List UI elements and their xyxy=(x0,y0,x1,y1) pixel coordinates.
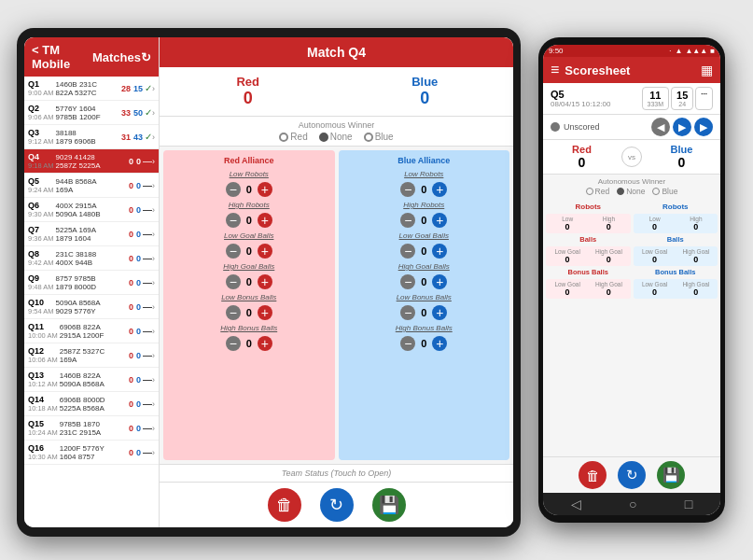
red-scoring: Robots Low 0 High 0 Balls xyxy=(546,202,631,454)
sidebar-row-q11[interactable]: Q11 10:00 AM 6906B 822A2915A 1200F 00 — … xyxy=(24,319,159,343)
sidebar-row-q5[interactable]: Q5 9:24 AM 944B 8568A169A 0 0 — › xyxy=(24,174,159,198)
phone-delete-button[interactable]: 🗑 xyxy=(579,461,607,489)
sidebar-back-button[interactable]: < TM Mobile xyxy=(32,43,92,71)
main-content: Match Q4 Red 0 Blue 0 Autonomous Winner xyxy=(160,37,513,527)
phone-recent-nav[interactable]: □ xyxy=(685,497,692,511)
high-goal-balls-plus-red[interactable]: + xyxy=(258,274,272,289)
high-robots-plus-blue[interactable]: + xyxy=(432,213,447,228)
high-goal-balls-counter-blue: − 0 + xyxy=(342,274,507,289)
unscored-bar: Unscored ◀ ▶ ▶ xyxy=(543,115,720,140)
low-bonus-balls-plus-blue[interactable]: + xyxy=(432,305,447,320)
low-bonus-balls-counter-red: − 0 + xyxy=(167,305,331,320)
team-status[interactable]: Team Status (Touch to Open) xyxy=(160,464,513,482)
nav-play-button[interactable]: ▶ xyxy=(694,118,713,136)
low-robots-plus-blue[interactable]: + xyxy=(432,182,447,197)
phone-home-nav[interactable]: ○ xyxy=(629,497,636,511)
low-goal-balls-plus-red[interactable]: + xyxy=(258,244,272,259)
tablet-screen: < TM Mobile Matches ↻ Q1 9:00 AM 1460B 2… xyxy=(24,37,513,527)
auto-winner-section: Autonomous Winner Red None Blue xyxy=(160,117,513,147)
nav-forward-button[interactable]: ▶ xyxy=(673,118,691,136)
high-bonus-balls-counter-red: − 0 + xyxy=(167,336,331,351)
red-alliance-panel: Red Alliance Low Robots − 0 + High Robot… xyxy=(163,150,335,460)
sidebar-header: < TM Mobile Matches ↻ xyxy=(24,37,159,77)
sidebar-row-q13[interactable]: Q13 10:12 AM 1460B 822A5090A 8568A 00 — … xyxy=(24,368,159,392)
alliance-headers: Red 0 Blue 0 xyxy=(160,67,513,117)
sidebar-scroll[interactable]: Q1 9:00 AM 1460B 231C822A 5327C 28 15 ✓ … xyxy=(24,77,159,527)
tablet: < TM Mobile Matches ↻ Q1 9:00 AM 1460B 2… xyxy=(17,28,521,537)
low-robots-minus-blue[interactable]: − xyxy=(400,182,415,197)
tablet-delete-button[interactable]: 🗑 xyxy=(268,488,301,522)
phone-menu-icon[interactable]: ≡ xyxy=(551,62,559,78)
phone-calendar-icon[interactable]: ▦ xyxy=(701,63,713,77)
high-bonus-balls-plus-blue[interactable]: + xyxy=(432,336,447,351)
low-robots-label: Low Robots xyxy=(167,170,331,178)
low-robots-minus-red[interactable]: − xyxy=(226,182,241,197)
low-goal-balls-counter-blue: − 0 + xyxy=(342,244,507,259)
sidebar-row-q7[interactable]: Q7 9:36 AM 5225A 169A1879 1604 00 — › xyxy=(24,222,159,246)
blue-scoring: Robots Low 0 High 0 Balls xyxy=(634,202,718,454)
high-robots-counter-red: − 0 + xyxy=(167,213,331,228)
sidebar-row-q16[interactable]: Q16 10:30 AM 1200F 5776Y1604 8757 00 — › xyxy=(24,441,159,465)
red-robots-group: Low 0 High 0 xyxy=(546,214,631,233)
score-pill-1: 11 333M xyxy=(642,87,670,110)
sidebar-row-q6[interactable]: Q6 9:30 AM 400X 2915A5090A 1480B 00 — › xyxy=(24,198,159,222)
low-bonus-balls-plus-red[interactable]: + xyxy=(258,305,272,320)
high-robots-counter-blue: − 0 + xyxy=(342,213,507,228)
low-goal-balls-minus-blue[interactable]: − xyxy=(400,244,415,259)
sidebar-row-q12[interactable]: Q12 10:06 AM 2587Z 5327C169A 00 — › xyxy=(24,343,159,368)
high-goal-balls-minus-blue[interactable]: − xyxy=(400,274,415,289)
sidebar-row-q9[interactable]: Q9 9:48 AM 8757 9785B1879 8000D 00 — › xyxy=(24,271,159,295)
phone-toolbar: ≡ Scoresheet ▦ xyxy=(543,57,720,83)
sidebar-row-q8[interactable]: Q8 9:42 AM 231C 38188400X 944B 00 — › xyxy=(24,246,159,271)
phone-radio-blue[interactable]: Blue xyxy=(652,187,677,196)
high-bonus-balls-minus-blue[interactable]: − xyxy=(400,336,415,351)
radio-blue[interactable]: Blue xyxy=(364,132,394,142)
nav-back-button[interactable]: ◀ xyxy=(651,118,670,136)
phone-score-badge: 11 333M 15 24 ··· xyxy=(642,87,713,110)
blue-robots-group: Low 0 High 0 xyxy=(634,214,718,233)
radio-red[interactable]: Red xyxy=(279,132,307,142)
sidebar-row-q1[interactable]: Q1 9:00 AM 1460B 231C822A 5327C 28 15 ✓ … xyxy=(24,77,159,101)
red-balls-group: Low Goal 0 High Goal 0 xyxy=(546,246,631,266)
low-bonus-balls-minus-blue[interactable]: − xyxy=(400,305,415,320)
low-robots-counter-red: − 0 + xyxy=(167,182,331,197)
sidebar-matches-label: Matches xyxy=(92,50,141,64)
tablet-action-buttons: 🗑 ↻ 💾 xyxy=(160,482,513,527)
high-robots-minus-blue[interactable]: − xyxy=(400,213,415,228)
high-bonus-balls-plus-red[interactable]: + xyxy=(258,336,272,351)
low-bonus-balls-minus-red[interactable]: − xyxy=(226,305,241,320)
phone-refresh-button[interactable]: ↻ xyxy=(618,461,646,489)
alliance-panels: Red Alliance Low Robots − 0 + High Robot… xyxy=(160,147,513,464)
phone-alliance-row: Red 0 vs Blue 0 xyxy=(543,140,720,175)
phone-radio-none[interactable]: None xyxy=(617,187,645,196)
phone-toolbar-title: Scoresheet xyxy=(565,63,695,77)
blue-balls-group: Low Goal 0 High Goal 0 xyxy=(634,246,718,266)
low-robots-plus-red[interactable]: + xyxy=(258,182,272,197)
phone-radio-red[interactable]: Red xyxy=(586,187,610,196)
high-robots-plus-red[interactable]: + xyxy=(258,213,272,228)
high-goal-balls-plus-blue[interactable]: + xyxy=(432,274,447,289)
phone-back-nav[interactable]: ◁ xyxy=(571,497,581,511)
blue-alliance-panel: Blue Alliance Low Robots − 0 + High Robo… xyxy=(339,150,510,460)
high-goal-balls-minus-red[interactable]: − xyxy=(226,274,241,289)
low-goal-balls-counter-red: − 0 + xyxy=(167,244,331,259)
sidebar-refresh-icon[interactable]: ↻ xyxy=(141,50,151,64)
phone-auto-winner: Autonomous Winner Red None Blue xyxy=(543,175,720,199)
sidebar-row-q2[interactable]: Q2 9:06 AM 5776Y 16049785B 1200F 33 50 ✓… xyxy=(24,101,159,125)
sidebar-row-q10[interactable]: Q10 9:54 AM 5090A 8568A9029 5776Y 00 — › xyxy=(24,295,159,319)
low-goal-balls-minus-red[interactable]: − xyxy=(226,244,241,259)
sidebar-row-q3[interactable]: Q3 9:12 AM 381881879 6906B 31 43 ✓ › xyxy=(24,125,159,149)
high-robots-minus-red[interactable]: − xyxy=(226,213,241,228)
sidebar-row-q15[interactable]: Q15 10:24 AM 9785B 1870231C 2915A 00 — › xyxy=(24,416,159,441)
phone-navbar: ◁ ○ □ xyxy=(543,493,720,515)
low-goal-balls-plus-blue[interactable]: + xyxy=(432,244,447,259)
tablet-save-button[interactable]: 💾 xyxy=(372,488,406,522)
high-bonus-balls-minus-red[interactable]: − xyxy=(226,336,241,351)
sidebar-row-q4[interactable]: Q4 9:18 AM 9029 414282587Z 5225A 0 0 — › xyxy=(24,149,159,174)
phone-save-button[interactable]: 💾 xyxy=(657,461,685,489)
tablet-refresh-button[interactable]: ↻ xyxy=(320,488,354,522)
radio-none[interactable]: None xyxy=(319,132,353,142)
unscored-dot xyxy=(551,122,560,132)
match-id-q1: Q1 xyxy=(28,79,39,89)
sidebar-row-q14[interactable]: Q14 10:18 AM 6906B 8000D5225A 8568A 00 —… xyxy=(24,392,159,416)
